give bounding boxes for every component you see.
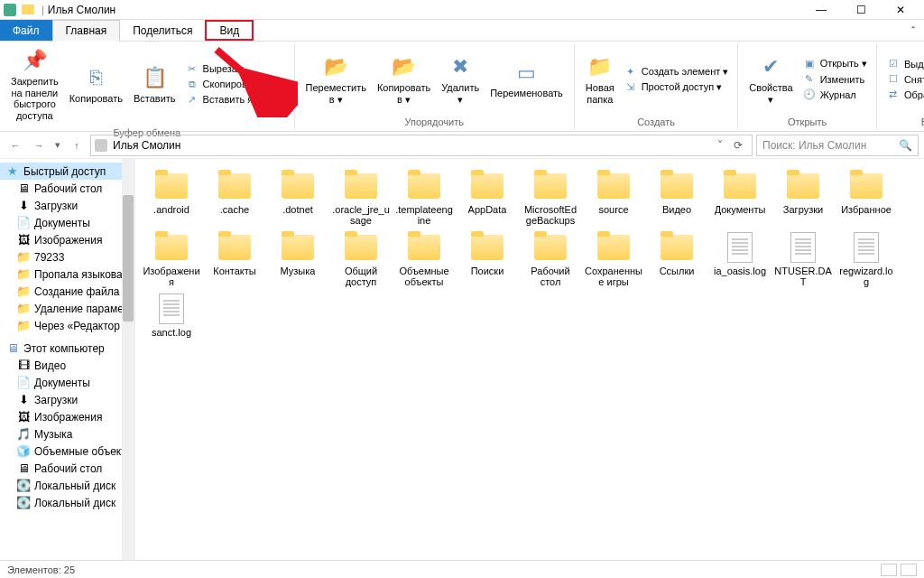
rename-button[interactable]: ▭Переименовать — [485, 55, 568, 103]
sidebar-quick-access[interactable]: ★Быстрый доступ — [0, 163, 134, 180]
select-none-button[interactable]: ☐Снять выделение — [882, 71, 924, 87]
file-item[interactable]: AppData — [457, 168, 518, 228]
file-item[interactable]: MicrosoftEdgeBackups — [520, 168, 581, 228]
sidebar-this-pc[interactable]: 🖥Этот компьютер — [0, 340, 134, 357]
sidebar-scrollbar[interactable] — [122, 159, 134, 560]
sidebar-item[interactable]: 🎵Музыка — [0, 425, 134, 443]
properties-button[interactable]: ✔Свойства ▾ — [744, 50, 798, 108]
file-item[interactable]: .android — [141, 168, 202, 228]
history-button[interactable]: 🕘Журнал — [799, 87, 871, 102]
icons-view-button[interactable] — [901, 564, 917, 576]
sidebar-item[interactable]: 🖥Рабочий стол — [0, 460, 134, 477]
sidebar-item-icon: 🖼 — [16, 233, 31, 247]
sidebar-item[interactable]: 📄Документы — [0, 374, 134, 391]
file-item[interactable]: Поиски — [457, 229, 518, 289]
sidebar-item[interactable]: 🖥Рабочий стол📌 — [0, 180, 134, 197]
item-count: Элементов: 25 — [7, 564, 75, 575]
file-name: Объемные объекты — [395, 266, 453, 287]
file-item[interactable]: sanct.log — [141, 291, 202, 340]
back-button[interactable]: ← — [5, 135, 25, 155]
paste-button[interactable]: 📋Вставить — [128, 61, 181, 108]
tab-view[interactable]: Вид — [205, 20, 254, 41]
file-item[interactable]: Ссылки — [646, 229, 707, 289]
sidebar-item[interactable]: 📁Через «Редактор — [0, 317, 134, 334]
recent-dropdown[interactable]: ▾ — [52, 135, 63, 155]
maximize-button[interactable]: ☐ — [841, 0, 881, 20]
folder-icon — [531, 231, 569, 264]
sidebar-item[interactable]: ⬇Загрузки📌 — [0, 197, 134, 214]
file-item[interactable]: .templateengine — [393, 168, 455, 228]
file-item[interactable]: Изображения — [141, 229, 202, 289]
invert-selection-button[interactable]: ⇄Обратить выделение — [882, 87, 924, 102]
star-icon: ★ — [5, 164, 20, 178]
sidebar-item[interactable]: ⬇Загрузки — [0, 391, 134, 408]
address-dropdown[interactable]: ˅ — [712, 139, 728, 152]
cut-button[interactable]: ✂Вырезать — [181, 61, 289, 77]
file-item[interactable]: Общий доступ — [330, 229, 392, 289]
delete-button[interactable]: ✖Удалить ▾ — [436, 50, 485, 108]
up-button[interactable]: ↑ — [67, 135, 87, 155]
copy-path-button[interactable]: ⧉Скопировать путь — [181, 77, 289, 92]
sidebar-item[interactable]: 📁Пропала языковая — [0, 266, 134, 283]
ribbon-collapse-button[interactable]: ˆ — [902, 20, 924, 41]
file-item[interactable]: source — [583, 168, 644, 228]
sidebar-item[interactable]: 📁Удаление параметра — [0, 300, 134, 317]
sidebar-item[interactable]: 💽Локальный диск — [0, 494, 134, 511]
copy-button[interactable]: ⎘Копировать — [64, 61, 128, 108]
file-item[interactable]: NTUSER.DAT — [772, 229, 834, 289]
file-item[interactable]: Рабочий стол — [520, 229, 581, 289]
file-item[interactable]: Видео — [646, 168, 707, 228]
address-bar[interactable]: Илья Смолин ˅ ⟳ — [90, 135, 753, 156]
move-to-button[interactable]: 📂Переместить в ▾ — [300, 50, 372, 108]
sidebar-item-icon: 🖥 — [16, 182, 31, 195]
sidebar-item[interactable]: 🖼Изображения📌 — [0, 231, 134, 248]
properties-icon: ✔ — [757, 53, 784, 80]
file-item[interactable]: Объемные объекты — [393, 229, 455, 289]
easy-access-button[interactable]: ⇲Простой доступ ▾ — [620, 79, 733, 95]
pin-quickaccess-button[interactable]: 📌Закрепить на панели быстрого доступа — [5, 43, 64, 126]
file-item[interactable]: Избранное — [836, 168, 897, 228]
select-all-button[interactable]: ☑Выделить все — [882, 56, 924, 71]
file-item[interactable]: .dotnet — [267, 168, 328, 228]
close-button[interactable]: ✕ — [881, 0, 920, 20]
sidebar-item-icon: 📁 — [16, 284, 31, 298]
file-item[interactable]: Загрузки — [772, 168, 834, 228]
new-item-button[interactable]: ✦Создать элемент ▾ — [620, 64, 733, 79]
file-item[interactable]: Контакты — [204, 229, 265, 289]
sidebar-item[interactable]: 📁Создание файла — [0, 283, 134, 300]
group-open-label: Открыть — [744, 115, 871, 129]
edit-button[interactable]: ✎Изменить — [799, 71, 871, 87]
tab-file[interactable]: Файл — [0, 20, 52, 41]
copy-to-button[interactable]: 📂Копировать в ▾ — [372, 50, 436, 108]
tab-home[interactable]: Главная — [52, 20, 121, 42]
new-folder-button[interactable]: 📁Новая папка — [580, 50, 620, 108]
file-item[interactable]: ia_oasis.log — [709, 229, 771, 289]
paste-shortcut-button[interactable]: ↗Вставить ярлык — [181, 92, 289, 107]
refresh-button[interactable]: ⟳ — [728, 139, 748, 152]
file-item[interactable]: Музыка — [267, 229, 328, 289]
folder-icon — [405, 170, 443, 202]
rename-icon: ▭ — [513, 59, 541, 86]
file-name: Поиски — [471, 266, 504, 276]
file-item[interactable]: .oracle_jre_usage — [330, 168, 392, 228]
sidebar-item[interactable]: 📁79233 — [0, 248, 134, 266]
folder-icon — [342, 231, 380, 264]
sidebar-item[interactable]: 💽Локальный диск — [0, 477, 134, 494]
tab-share[interactable]: Поделиться — [120, 20, 205, 41]
file-pane[interactable]: .android.cache.dotnet.oracle_jre_usage.t… — [135, 159, 924, 560]
details-view-button[interactable] — [881, 564, 897, 576]
sidebar-item[interactable]: 🧊Объемные объекты — [0, 443, 134, 460]
file-item[interactable]: .cache — [204, 168, 265, 228]
forward-button[interactable]: → — [29, 135, 49, 155]
open-item-button[interactable]: ▣Открыть ▾ — [799, 56, 871, 71]
search-input[interactable]: Поиск: Илья Смолин 🔍 — [756, 135, 919, 156]
file-name: Сохраненные игры — [585, 266, 642, 287]
sidebar-item[interactable]: 🎞Видео — [0, 357, 134, 374]
minimize-button[interactable]: — — [801, 0, 841, 20]
sidebar-item[interactable]: 🖼Изображения — [0, 408, 134, 425]
navigation-bar: ← → ▾ ↑ Илья Смолин ˅ ⟳ Поиск: Илья Смол… — [0, 132, 924, 159]
sidebar-item[interactable]: 📄Документы📌 — [0, 214, 134, 231]
file-item[interactable]: regwizard.log — [836, 229, 897, 289]
file-item[interactable]: Сохраненные игры — [583, 229, 644, 289]
file-item[interactable]: Документы — [709, 168, 771, 228]
